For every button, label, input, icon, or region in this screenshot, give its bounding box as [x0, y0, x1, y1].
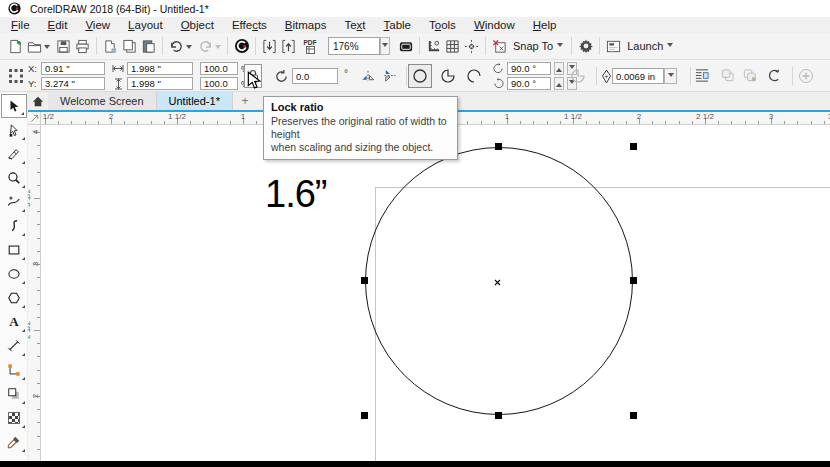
tab-welcome-screen[interactable]: Welcome Screen [48, 92, 157, 110]
menu-item-bitmaps[interactable]: Bitmaps [276, 18, 336, 32]
freehand-tool[interactable] [1, 190, 27, 214]
x-position-input[interactable]: 0.91 " [41, 62, 105, 75]
selection-handle-top-center[interactable] [495, 143, 502, 150]
rectangle-tool[interactable] [1, 238, 27, 262]
import-button[interactable] [260, 37, 279, 56]
new-document-button[interactable] [6, 37, 25, 56]
arc-mode-button[interactable] [462, 64, 486, 88]
menu-item-help[interactable]: Help [524, 18, 566, 32]
title-bar: CorelDRAW 2018 (64-Bit) - Untitled-1* [0, 0, 830, 17]
ellipse-tool[interactable] [1, 262, 27, 286]
export-button[interactable] [279, 37, 298, 56]
scale-height-input[interactable]: 100.0 [200, 77, 238, 90]
starting-angle-up[interactable] [554, 62, 564, 75]
pick-tool[interactable] [1, 94, 27, 118]
ruler-tick [37, 145, 40, 146]
selection-handle-bottom-center[interactable] [495, 412, 502, 419]
menu-item-file[interactable]: File [2, 18, 39, 32]
rotation-degree-symbol: ° [344, 68, 348, 79]
drawing-canvas[interactable]: 1.6” [41, 125, 830, 461]
ruler-label: 2 1/2 [696, 112, 714, 121]
shape-tool[interactable] [1, 118, 27, 142]
object-width-input[interactable]: 1.998 " [127, 62, 193, 75]
y-position-input[interactable]: 3.274 " [41, 77, 105, 90]
zoom-level-combo[interactable]: 176% [328, 37, 380, 55]
ending-angle-up[interactable] [554, 77, 564, 90]
menu-item-edit[interactable]: Edit [39, 18, 77, 32]
coreldraw-logo-icon [5, 0, 24, 18]
undo-dropdown-arrow[interactable] [186, 45, 192, 52]
save-button[interactable] [54, 37, 73, 56]
mirror-vertical-button[interactable] [380, 66, 399, 85]
dimension-tool[interactable] [1, 334, 27, 358]
open-dropdown-arrow[interactable] [44, 45, 50, 52]
polygon-tool[interactable] [1, 286, 27, 310]
print-button[interactable] [73, 37, 92, 56]
tab-untitled-1[interactable]: Untitled-1* [157, 92, 233, 110]
flyout-indicator [22, 257, 25, 260]
selection-handle-bottom-right[interactable] [630, 412, 637, 419]
menu-item-window[interactable]: Window [465, 18, 524, 32]
ruler-tick [37, 211, 40, 212]
object-height-input[interactable]: 1.998 " [127, 77, 193, 90]
toolbar-separator [690, 67, 691, 85]
artistic-media-tool[interactable] [1, 214, 27, 238]
selection-handle-middle-right[interactable] [630, 277, 637, 284]
menu-item-tools[interactable]: Tools [420, 18, 465, 32]
outline-width-input[interactable]: 0.0069 in [612, 68, 664, 84]
selection-handle-bottom-left[interactable] [361, 412, 368, 419]
paste-button[interactable] [139, 37, 158, 56]
menu-item-text[interactable]: Text [335, 18, 374, 32]
selection-handle-top-right[interactable] [630, 143, 637, 150]
snap-to-button[interactable]: Snap To [509, 40, 567, 52]
ruler-origin-button[interactable] [28, 112, 41, 125]
publish-to-pdf-button[interactable]: PDF [298, 37, 322, 56]
menu-item-layout[interactable]: Layout [119, 18, 172, 32]
copy-button[interactable] [120, 37, 139, 56]
open-button[interactable] [25, 37, 44, 56]
selection-handle-middle-left[interactable] [361, 277, 368, 284]
cut-button[interactable] [101, 37, 120, 56]
ruler-label: 1 1/2 [168, 112, 186, 121]
vertical-ruler[interactable]: 43 1/232 1/22 [28, 125, 41, 461]
text-tool[interactable]: A [1, 310, 27, 334]
wrap-text-button[interactable] [692, 66, 711, 85]
connector-tool[interactable] [1, 358, 27, 382]
crop-tool[interactable] [1, 142, 27, 166]
full-screen-preview-button[interactable] [396, 37, 415, 56]
outline-width-dropdown[interactable] [664, 68, 677, 84]
show-grid-button[interactable] [443, 37, 462, 56]
search-content-button[interactable] [232, 37, 251, 56]
show-guidelines-button[interactable] [462, 37, 481, 56]
toolbar-separator [571, 37, 572, 55]
mirror-horizontal-button[interactable] [358, 66, 377, 85]
eyedropper-tool[interactable] [1, 430, 27, 454]
redo-button[interactable] [196, 37, 215, 56]
menu-item-view[interactable]: View [76, 18, 119, 32]
scale-width-input[interactable]: 100.0 [200, 62, 238, 75]
ruler-tick [37, 422, 40, 423]
ruler-tick [37, 317, 40, 318]
pie-mode-button[interactable] [436, 64, 460, 88]
options-gear-button[interactable] [576, 37, 595, 56]
snap-off-button[interactable] [490, 37, 509, 56]
menu-item-effects[interactable]: Effects [223, 18, 276, 32]
starting-angle-input[interactable]: 90.0 ° [507, 62, 551, 75]
menu-item-object[interactable]: Object [172, 18, 223, 32]
zoom-level-dropdown[interactable] [380, 37, 390, 55]
ruler-tick [824, 121, 825, 124]
ruler-tick [37, 172, 40, 173]
new-document-tab-button[interactable]: + [233, 92, 257, 110]
convert-to-curves-button[interactable] [764, 66, 783, 85]
show-rulers-button[interactable] [424, 37, 443, 56]
welcome-home-icon[interactable] [28, 92, 48, 110]
pattern-fill-tool[interactable] [1, 406, 27, 430]
ending-angle-input[interactable]: 90.0 ° [507, 77, 551, 90]
undo-button[interactable] [167, 37, 186, 56]
rotation-angle-input[interactable]: 0.0 [292, 68, 338, 84]
launch-button[interactable]: Launch [623, 40, 677, 52]
zoom-tool[interactable] [1, 166, 27, 190]
ellipse-mode-button[interactable] [408, 64, 432, 88]
drop-shadow-tool[interactable] [1, 382, 27, 406]
menu-item-table[interactable]: Table [375, 18, 421, 32]
